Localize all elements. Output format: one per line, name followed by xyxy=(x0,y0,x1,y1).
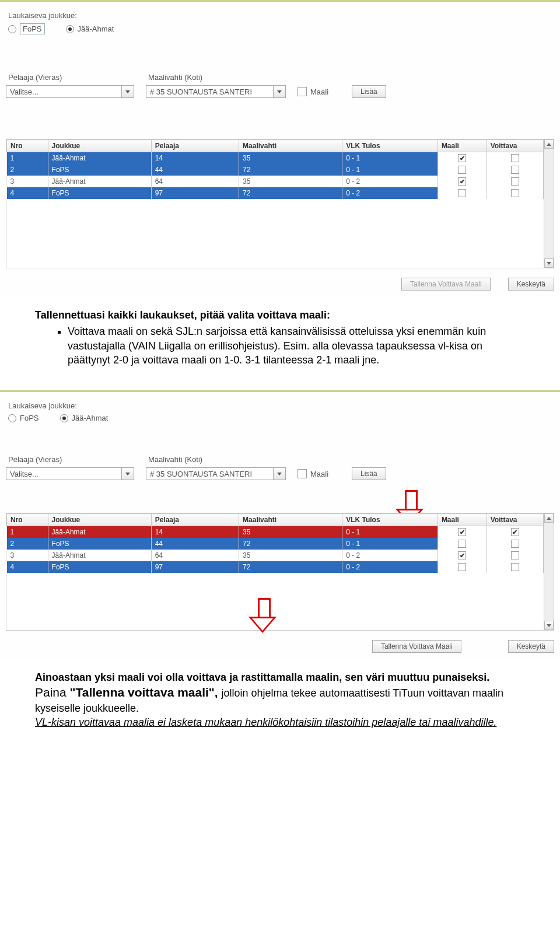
table-cell-check[interactable] xyxy=(438,164,487,176)
table-row[interactable]: 1Jää-Ahmat14350 - 1✔✔ xyxy=(7,526,544,538)
table-row[interactable]: 1Jää-Ahmat14350 - 1✔ xyxy=(7,152,544,165)
scroll-down-icon[interactable] xyxy=(544,621,554,630)
table-cell-check[interactable]: ✔ xyxy=(487,526,543,538)
table-cell: 35 xyxy=(239,550,342,561)
table-cell-check[interactable] xyxy=(438,538,487,550)
table-cell-check[interactable] xyxy=(487,164,543,176)
table-cell: FoPS xyxy=(48,538,151,550)
checkbox-icon xyxy=(458,166,466,174)
player-dropdown-text: Valitse... xyxy=(6,88,121,96)
table-header[interactable]: VLK Tulos xyxy=(342,140,438,152)
table-header[interactable]: Nro xyxy=(7,140,48,152)
table-cell: 35 xyxy=(239,152,342,165)
table-header[interactable]: Pelaaja xyxy=(151,140,239,152)
table-header[interactable]: Maalivahti xyxy=(239,514,342,526)
chevron-down-icon[interactable] xyxy=(121,86,134,97)
save-winning-goal-button[interactable]: Tallenna Voittava Maali xyxy=(401,278,491,291)
table-cell: 72 xyxy=(239,187,342,199)
scrollbar[interactable] xyxy=(544,139,554,268)
table-row[interactable]: 4FoPS97720 - 2 xyxy=(7,561,544,573)
radio-icon xyxy=(8,414,16,422)
table-cell-check[interactable] xyxy=(487,550,543,561)
table-row[interactable]: 3Jää-Ahmat64350 - 2✔ xyxy=(7,176,544,187)
table-cell-check[interactable] xyxy=(487,538,543,550)
table-cell: 0 - 2 xyxy=(342,550,438,561)
button-row: Tallenna Voittava Maali Keskeytä xyxy=(6,278,554,291)
table-cell: 14 xyxy=(151,526,239,538)
table-cell-check[interactable] xyxy=(438,561,487,573)
radio-option[interactable]: Jää-Ahmat xyxy=(60,414,108,422)
table-cell-check[interactable] xyxy=(487,187,543,199)
table-header[interactable]: VLK Tulos xyxy=(342,514,438,526)
goalie-dropdown[interactable]: # 35 SUONTAUSTA SANTERI xyxy=(146,85,286,98)
table-cell: Jää-Ahmat xyxy=(48,152,151,165)
shots-table-wrap: NroJoukkuePelaajaMaalivahtiVLK TulosMaal… xyxy=(6,139,554,268)
chevron-down-icon[interactable] xyxy=(121,468,134,480)
table-cell: 44 xyxy=(151,538,239,550)
radio-label: Jää-Ahmat xyxy=(78,25,114,33)
scroll-up-icon[interactable] xyxy=(544,513,554,523)
table-cell: 72 xyxy=(239,164,342,176)
chevron-down-icon[interactable] xyxy=(273,86,285,97)
shots-table: NroJoukkuePelaajaMaalivahtiVLK TulosMaal… xyxy=(6,139,544,270)
player-dropdown-text: Valitse... xyxy=(6,470,121,478)
checkbox-icon xyxy=(511,563,519,571)
player-label: Pelaaja (Vieras) xyxy=(8,73,134,82)
table-cell-check[interactable] xyxy=(487,561,543,573)
radio-option[interactable]: FoPS xyxy=(8,414,39,422)
table-cell-check[interactable] xyxy=(438,187,487,199)
table-cell: FoPS xyxy=(48,561,151,573)
doc-line2b: "Tallenna voittava maali", xyxy=(70,685,222,699)
table-cell-check[interactable]: ✔ xyxy=(438,526,487,538)
table-cell-check[interactable]: ✔ xyxy=(438,152,487,165)
table-header[interactable]: Nro xyxy=(7,514,48,526)
table-header[interactable]: Maali xyxy=(438,140,487,152)
table-header[interactable]: Joukkue xyxy=(48,514,151,526)
table-cell: 97 xyxy=(151,561,239,573)
table-cell-check[interactable]: ✔ xyxy=(438,176,487,187)
checkbox-icon: ✔ xyxy=(511,528,519,536)
checkbox-icon xyxy=(511,551,519,559)
add-button[interactable]: Lisää xyxy=(352,467,386,480)
table-cell-check[interactable]: ✔ xyxy=(438,550,487,561)
goalie-dropdown[interactable]: # 35 SUONTAUSTA SANTERI xyxy=(146,467,286,480)
table-cell: 35 xyxy=(239,176,342,187)
table-row[interactable]: 2FoPS44720 - 1 xyxy=(7,538,544,550)
goal-checkbox[interactable] xyxy=(298,469,307,478)
table-cell-check[interactable] xyxy=(487,152,543,165)
table-cell: 72 xyxy=(239,538,342,550)
table-header[interactable]: Maalivahti xyxy=(239,140,342,152)
table-cell: Jää-Ahmat xyxy=(48,176,151,187)
table-cell: 3 xyxy=(7,176,48,187)
player-dropdown[interactable]: Valitse... xyxy=(6,85,134,98)
table-cell: 0 - 2 xyxy=(342,561,438,573)
scroll-up-icon[interactable] xyxy=(544,139,554,149)
table-header[interactable]: Joukkue xyxy=(48,140,151,152)
scroll-down-icon[interactable] xyxy=(544,258,554,268)
table-cell-check[interactable] xyxy=(487,176,543,187)
checkbox-icon xyxy=(511,189,519,197)
table-header[interactable]: Voittava xyxy=(487,514,543,526)
table-cell: 14 xyxy=(151,152,239,165)
checkbox-icon xyxy=(458,189,466,197)
checkbox-icon xyxy=(511,166,519,174)
radio-label: Jää-Ahmat xyxy=(72,414,108,422)
table-header[interactable]: Maali xyxy=(438,514,487,526)
cancel-button[interactable]: Keskeytä xyxy=(508,278,554,291)
scrollbar[interactable] xyxy=(544,513,554,630)
table-row[interactable]: 2FoPS44720 - 1 xyxy=(7,164,544,176)
table-row[interactable]: 3Jää-Ahmat64350 - 2✔ xyxy=(7,550,544,561)
goal-checkbox[interactable] xyxy=(298,87,307,96)
radio-option[interactable]: Jää-Ahmat xyxy=(66,23,114,34)
player-dropdown[interactable]: Valitse... xyxy=(6,467,134,480)
table-header[interactable]: Voittava xyxy=(487,140,543,152)
shot-row-vlk-panel-1: Laukaiseva joukkue: FoPSJää-Ahmat Pelaaj… xyxy=(0,0,560,296)
table-row[interactable]: 4FoPS97720 - 2 xyxy=(7,187,544,199)
table-header[interactable]: Pelaaja xyxy=(151,514,239,526)
doc-paragraph-1: Tallennettuasi kaikki laukaukset, pitää … xyxy=(0,296,560,390)
add-button[interactable]: Lisää xyxy=(352,85,386,98)
table-cell: 4 xyxy=(7,561,48,573)
chevron-down-icon[interactable] xyxy=(273,468,285,480)
goalie-dropdown-text: # 35 SUONTAUSTA SANTERI xyxy=(146,470,273,478)
radio-option[interactable]: FoPS xyxy=(8,23,45,34)
